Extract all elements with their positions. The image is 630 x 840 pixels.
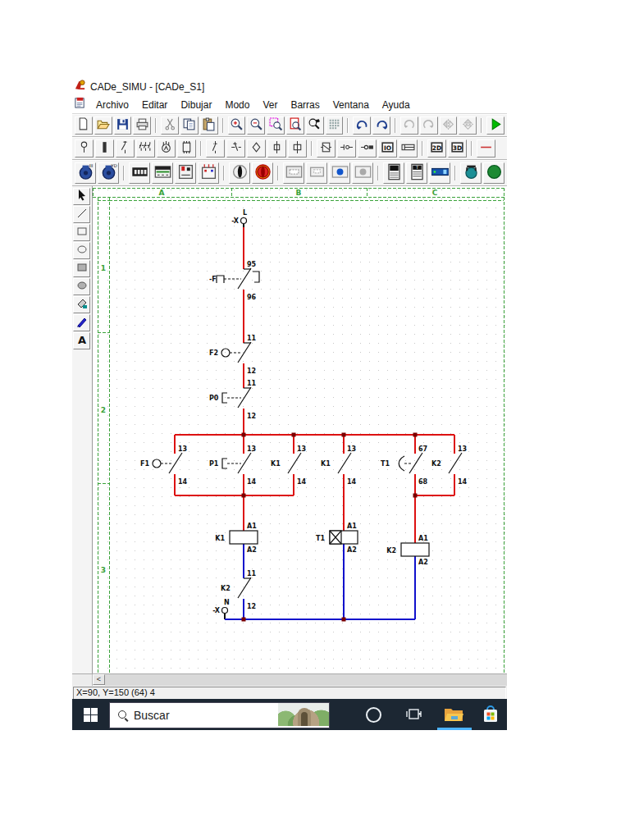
- flip-horizontal-button[interactable]: [459, 116, 477, 135]
- save-file-button[interactable]: [114, 116, 132, 135]
- filled-rectangle-tool-button[interactable]: [73, 260, 90, 277]
- plc-front-button[interactable]: [383, 162, 404, 184]
- microsoft-store-button[interactable]: [474, 699, 507, 730]
- contact-f2[interactable]: [221, 342, 251, 363]
- limit-switch-symbol-button[interactable]: [226, 139, 245, 158]
- circuit-wires[interactable]: [175, 224, 454, 619]
- undo-button[interactable]: [353, 116, 371, 135]
- open-file-button[interactable]: [94, 116, 112, 135]
- pilot-light-green-button[interactable]: [483, 162, 504, 184]
- contact-p1[interactable]: [222, 453, 251, 473]
- zoom-out-button[interactable]: [247, 116, 265, 135]
- plc-symbol-button[interactable]: [177, 139, 196, 158]
- start-button[interactable]: [72, 699, 109, 730]
- relay-box-symbol-button[interactable]: [317, 139, 336, 158]
- terminal-strip-button[interactable]: [129, 162, 150, 184]
- select-tool-button[interactable]: [73, 188, 90, 205]
- scrollbar-track[interactable]: [105, 674, 507, 686]
- document-icon[interactable]: [74, 97, 86, 112]
- coil-symbol-button[interactable]: [288, 139, 307, 158]
- redo-button[interactable]: [372, 116, 390, 135]
- menu-item-archivo[interactable]: Archivo: [89, 98, 135, 112]
- terminal-n[interactable]: [221, 608, 227, 614]
- battery-symbol-button[interactable]: [95, 139, 114, 158]
- menu-item-ventana[interactable]: Ventana: [326, 98, 376, 112]
- contact-k1[interactable]: [288, 453, 301, 473]
- motor-symbol-button[interactable]: [157, 139, 176, 158]
- view-2d-button[interactable]: 2D: [427, 139, 446, 158]
- contact-k2[interactable]: [449, 453, 462, 473]
- copy-button[interactable]: [180, 116, 199, 135]
- pushbutton-blue-button[interactable]: [329, 162, 350, 184]
- taskbar-search-box[interactable]: Buscar: [109, 702, 330, 728]
- text-tool-button[interactable]: A: [73, 332, 90, 349]
- red-line-button[interactable]: [477, 139, 495, 158]
- view-3d-button[interactable]: 3D: [448, 139, 467, 158]
- contact-f[interactable]: [217, 268, 259, 289]
- lamp-symbol-button[interactable]: [75, 139, 94, 158]
- file-explorer-button[interactable]: [437, 699, 470, 730]
- cable-duct-button[interactable]: [399, 139, 418, 158]
- fuse-symbol-button[interactable]: [267, 139, 286, 158]
- rotate-left-button[interactable]: [400, 116, 418, 135]
- ellipse-tool-button[interactable]: [73, 242, 90, 259]
- motor-stardelta-button[interactable]: YD: [98, 162, 119, 184]
- switch-symbol-button[interactable]: [206, 139, 225, 158]
- zoom-in-button[interactable]: [228, 116, 246, 135]
- fill-tool-button[interactable]: [73, 296, 90, 313]
- print-button[interactable]: [133, 116, 151, 135]
- relay-front-button[interactable]: [283, 162, 304, 184]
- flip-vertical-button[interactable]: [440, 116, 458, 135]
- emergency-switch-red-button[interactable]: [252, 162, 273, 184]
- zoom-pointer-button[interactable]: [306, 116, 324, 135]
- pen-tool-button[interactable]: [73, 314, 90, 331]
- connector-diamond-symbol-button[interactable]: [247, 139, 266, 158]
- cut-button[interactable]: [161, 116, 179, 135]
- contact-f1[interactable]: [153, 453, 182, 473]
- overload-front-button[interactable]: [198, 162, 219, 184]
- cortana-button[interactable]: [357, 699, 390, 730]
- grid-button[interactable]: [326, 116, 344, 135]
- contact-p0[interactable]: [222, 387, 251, 408]
- zoom-window-button[interactable]: [267, 116, 285, 135]
- scroll-left-button[interactable]: <: [93, 674, 105, 685]
- contact-k2[interactable]: [238, 578, 251, 598]
- breaker-front-button[interactable]: [175, 162, 196, 184]
- schematic-canvas[interactable]: ABC123-F9596F21112P01112F11314P11314K113…: [93, 186, 507, 673]
- menu-item-ver[interactable]: Ver: [256, 98, 284, 112]
- menu-item-dibujar[interactable]: Dibujar: [174, 98, 218, 112]
- contacts-group-symbol-button[interactable]: [136, 139, 155, 158]
- new-document-button[interactable]: [75, 116, 93, 135]
- contact-symbol-button[interactable]: [116, 139, 135, 158]
- io-module-button[interactable]: IO: [378, 139, 397, 158]
- menu-item-modo[interactable]: Modo: [218, 98, 256, 112]
- contactor-front-button[interactable]: [152, 162, 173, 184]
- contact-k1[interactable]: [338, 453, 351, 473]
- terminal-l[interactable]: [240, 218, 246, 224]
- search-highlight-image[interactable]: [278, 703, 329, 726]
- pushbutton-gray-button[interactable]: [352, 162, 373, 184]
- coil-k1[interactable]: [230, 531, 258, 544]
- rotate-right-button[interactable]: [420, 116, 438, 135]
- coil-k2[interactable]: [401, 543, 429, 556]
- task-view-button[interactable]: [398, 699, 431, 730]
- valve-symbol-button[interactable]: [358, 139, 377, 158]
- pneumatic-symbol-button[interactable]: [337, 139, 356, 158]
- menu-item-barras[interactable]: Barras: [284, 98, 326, 112]
- run-simulation-button[interactable]: [486, 116, 504, 135]
- relay-small-front-button[interactable]: [306, 162, 327, 184]
- motor-3phase-button[interactable]: III: [75, 162, 96, 184]
- timer-front-button[interactable]: T: [406, 162, 427, 184]
- menu-item-ayuda[interactable]: Ayuda: [376, 98, 417, 112]
- power-supply-button[interactable]: [429, 162, 450, 184]
- menu-item-editar[interactable]: Editar: [135, 98, 174, 112]
- line-tool-button[interactable]: [73, 206, 90, 223]
- coil-t1[interactable]: [330, 531, 358, 544]
- rectangle-tool-button[interactable]: [73, 224, 90, 241]
- signal-bell-button[interactable]: [460, 162, 482, 184]
- rotary-switch-black-button[interactable]: [229, 162, 250, 184]
- filled-ellipse-tool-button[interactable]: [73, 278, 90, 295]
- contact-t1[interactable]: [399, 453, 422, 473]
- paste-button[interactable]: [200, 116, 218, 135]
- zoom-page-button[interactable]: [286, 116, 304, 135]
